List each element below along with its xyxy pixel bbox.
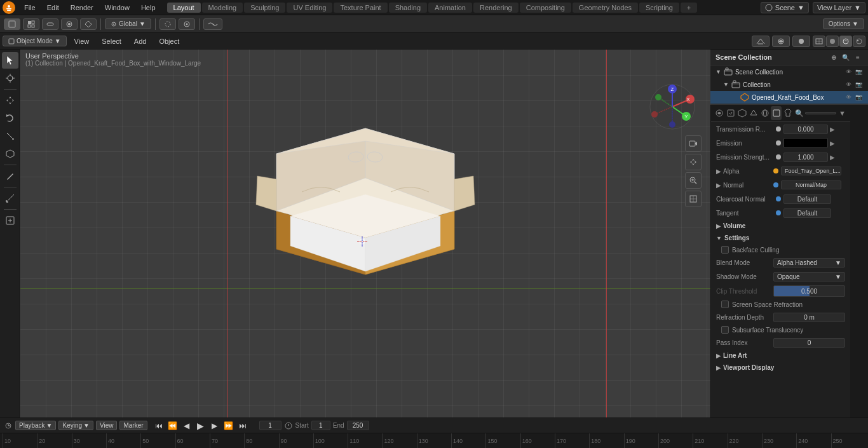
tool-move[interactable] [2, 92, 18, 109]
menu-help[interactable]: Help [136, 3, 161, 13]
jump-start-btn[interactable]: ⏮ [153, 419, 165, 432]
alpha-arrow[interactable]: ▶ [716, 168, 721, 175]
tab-add[interactable]: + [681, 3, 697, 13]
transform-origin-dropdown[interactable]: Global▼ [105, 18, 151, 29]
tab-texture-paint[interactable]: Texture Paint [334, 3, 387, 13]
sst-checkbox[interactable] [721, 326, 729, 334]
props-search-btn[interactable]: 🔍 [794, 106, 804, 120]
shade-material[interactable] [839, 36, 852, 47]
end-frame-input[interactable]: 250 [347, 421, 369, 430]
viewport-3d[interactable]: User Perspective (1) Collection | Opened… [20, 50, 710, 417]
menu-window[interactable]: Window [100, 3, 135, 13]
step-forward-btn[interactable]: ▶ [208, 419, 221, 432]
viewport-menu-add[interactable]: Add [129, 36, 152, 46]
toolbar-select-mode[interactable] [4, 18, 20, 30]
props-filter-btn[interactable]: ▼ [837, 106, 848, 120]
prev-keyframe-btn[interactable]: ⏪ [166, 419, 179, 432]
menu-render[interactable]: Render [65, 3, 98, 13]
tab-layout[interactable]: Layout [167, 3, 201, 13]
tangent-dot[interactable] [776, 210, 781, 215]
vp-zoom-btn[interactable] [685, 172, 702, 189]
collection-item[interactable]: ▼ Collection 👁 📷 [710, 78, 868, 91]
next-keyframe-btn[interactable]: ⏩ [222, 419, 235, 432]
tab-shading[interactable]: Shading [389, 3, 427, 13]
menu-file[interactable]: File [19, 3, 41, 13]
pass-index-value[interactable]: 0 [773, 338, 845, 348]
emission-color-box[interactable] [783, 138, 828, 148]
normal-value[interactable]: Normal/Map [781, 180, 841, 189]
tool-annotate[interactable] [2, 168, 18, 184]
timeline-ruler[interactable]: 10 20 30 40 50 60 70 80 90 100 110 120 1… [0, 433, 868, 448]
view-layer-selector[interactable]: View Layer ▼ [813, 2, 865, 13]
clearcoat-normal-value[interactable]: Default [783, 194, 831, 204]
current-frame-input[interactable]: 1 [259, 421, 281, 430]
toolbar-mode3[interactable] [42, 18, 58, 30]
object-mode-dropdown[interactable]: Object Mode ▼ [3, 36, 67, 46]
tab-scripting[interactable]: Scripting [639, 3, 679, 13]
scene-selector[interactable]: Scene ▼ [761, 2, 809, 13]
shading-solid-btn[interactable] [792, 36, 810, 47]
emission-strength-value[interactable]: 1.000 [783, 153, 828, 162]
props-tab-scene[interactable] [748, 106, 759, 120]
settings-section-header[interactable]: ▼ Settings [711, 232, 850, 244]
step-back-btn[interactable]: ◀ [180, 419, 193, 432]
toolbar-mode5[interactable] [80, 18, 97, 30]
tab-geometry-nodes[interactable]: Geometry Nodes [573, 3, 638, 13]
props-tab-world[interactable] [759, 106, 770, 120]
toolbar-proportional[interactable] [179, 18, 195, 30]
viewport-display-section-header[interactable]: ▶ Viewport Display [711, 362, 850, 374]
clearcoat-normal-dot[interactable] [776, 196, 781, 201]
keying-dropdown[interactable]: Keying ▼ [58, 421, 93, 430]
playback-dropdown[interactable]: Playback ▼ [15, 421, 56, 430]
jump-end-btn[interactable]: ⏭ [236, 419, 249, 432]
navigation-gizmo[interactable]: X Y Z [647, 81, 698, 133]
volume-section-header[interactable]: ▶ Volume [711, 220, 850, 232]
tab-uv-editing[interactable]: UV Editing [287, 3, 332, 13]
refraction-depth-value[interactable]: 0 m [773, 313, 845, 322]
tool-rotate[interactable] [2, 110, 18, 126]
tab-animation[interactable]: Animation [428, 3, 472, 13]
sc-render-btn[interactable]: 📷 [854, 67, 863, 76]
transmission-value[interactable]: 0.000 [783, 125, 828, 134]
transmission-expand[interactable]: ▶ [830, 126, 835, 133]
tool-scale[interactable] [2, 128, 18, 144]
vp-camera-btn[interactable] [685, 135, 702, 152]
mesh-object-item[interactable]: ▶ Opened_Kraft_Food_Box 👁 📷 [710, 91, 868, 104]
normal-arrow[interactable]: ▶ [716, 182, 721, 189]
scene-collection-item[interactable]: ▼ Scene Collection 👁 📷 [710, 65, 868, 78]
outliner-filter-btn[interactable]: ⊕ [829, 52, 839, 62]
shade-wireframe[interactable] [813, 36, 825, 47]
tool-add-object[interactable] [2, 212, 18, 229]
line-art-section-header[interactable]: ▶ Line Art [711, 350, 850, 362]
clip-threshold-slider[interactable]: 0.500 [773, 285, 845, 297]
camera-perspective-btn[interactable] [752, 36, 770, 47]
tab-sculpting[interactable]: Sculpting [244, 3, 285, 13]
alpha-dot[interactable] [773, 168, 778, 173]
tab-rendering[interactable]: Rendering [473, 3, 519, 13]
play-pause-btn[interactable]: ▶ [194, 419, 207, 432]
view-type-btn[interactable] [772, 36, 790, 47]
marker-dropdown[interactable]: Marker [119, 421, 147, 430]
tab-compositing[interactable]: Compositing [520, 3, 571, 13]
toolbar-mode2[interactable] [23, 18, 39, 30]
toolbar-snap[interactable] [159, 18, 176, 30]
view-dropdown[interactable]: View [96, 421, 118, 430]
tangent-value[interactable]: Default [783, 208, 831, 218]
normal-dot[interactable] [773, 182, 778, 187]
props-tab-object[interactable] [771, 106, 782, 120]
vp-pan-btn[interactable] [685, 154, 702, 170]
blend-mode-dropdown[interactable]: Alpha Hashed ▼ [773, 258, 845, 268]
toolbar-mode4[interactable] [61, 18, 78, 30]
shadow-mode-dropdown[interactable]: Opaque ▼ [773, 272, 845, 282]
transmission-dot[interactable] [776, 126, 781, 132]
props-tab-view[interactable] [736, 106, 747, 120]
props-tab-render[interactable] [714, 106, 724, 120]
tool-cursor[interactable] [2, 70, 18, 86]
props-tab-modifier[interactable] [782, 106, 793, 120]
options-dropdown[interactable]: Options ▼ [823, 18, 864, 29]
tool-measure[interactable] [2, 190, 18, 207]
emission-strength-dot[interactable] [776, 154, 781, 160]
shade-solid[interactable] [826, 36, 839, 47]
tool-select[interactable] [2, 52, 18, 69]
mesh-visibility-btn[interactable]: 👁 [844, 93, 853, 102]
